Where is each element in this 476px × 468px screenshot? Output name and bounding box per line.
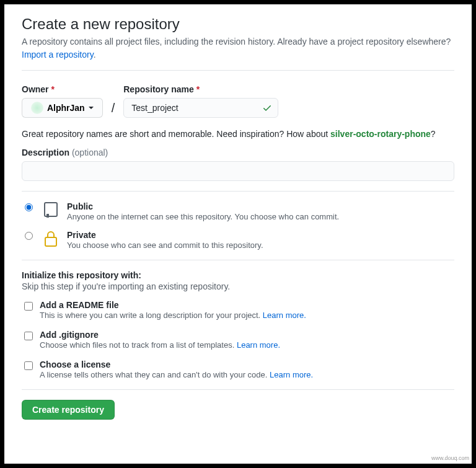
owner-name: AlphrJan bbox=[47, 103, 85, 113]
init-heading: Initialize this repository with: bbox=[22, 270, 454, 280]
gitignore-learn-more-link[interactable]: Learn more. bbox=[237, 340, 280, 350]
choose-license-checkbox[interactable] bbox=[24, 361, 33, 370]
page-title: Create a new repository bbox=[22, 15, 454, 33]
add-gitignore-checkbox[interactable] bbox=[24, 332, 33, 340]
gitignore-sub: Choose which files not to track from a l… bbox=[40, 340, 280, 350]
description-input[interactable] bbox=[22, 161, 454, 181]
private-title: Private bbox=[67, 230, 263, 240]
license-learn-more-link[interactable]: Learn more. bbox=[270, 370, 313, 379]
owner-select-button[interactable]: AlphrJan bbox=[22, 98, 103, 118]
add-readme-checkbox[interactable] bbox=[24, 302, 33, 311]
slash-separator: / bbox=[112, 101, 115, 115]
public-sub: Anyone on the internet can see this repo… bbox=[67, 212, 339, 221]
page-lead: A repository contains all project files,… bbox=[22, 35, 454, 61]
private-sub: You choose who can see and commit to thi… bbox=[67, 241, 263, 250]
svg-rect-2 bbox=[45, 237, 56, 246]
caret-down-icon bbox=[89, 107, 94, 110]
license-sub: A license tells others what they can and… bbox=[40, 370, 313, 379]
visibility-private-radio[interactable] bbox=[25, 232, 33, 240]
divider bbox=[22, 260, 454, 260]
watermark: www.douq.com bbox=[431, 455, 469, 461]
readme-learn-more-link[interactable]: Learn more. bbox=[263, 311, 306, 320]
owner-label: Owner * bbox=[22, 84, 103, 94]
import-repository-link[interactable]: Import a repository bbox=[22, 50, 94, 60]
avatar bbox=[31, 102, 43, 114]
divider bbox=[22, 70, 454, 71]
create-repository-button[interactable]: Create repository bbox=[22, 400, 115, 420]
repo-name-label: Repository name * bbox=[123, 84, 278, 94]
public-title: Public bbox=[67, 201, 339, 211]
divider bbox=[22, 191, 454, 192]
svg-rect-1 bbox=[46, 214, 49, 218]
visibility-public-radio[interactable] bbox=[25, 203, 33, 211]
check-icon bbox=[262, 103, 272, 113]
gitignore-title: Add .gitignore bbox=[40, 330, 280, 340]
init-sub: Skip this step if you're importing an ex… bbox=[22, 281, 454, 291]
repo-icon bbox=[42, 201, 60, 219]
name-hint: Great repository names are short and mem… bbox=[22, 129, 454, 139]
repo-name-input[interactable] bbox=[123, 98, 278, 118]
lock-icon bbox=[42, 230, 60, 247]
readme-sub: This is where you can write a long descr… bbox=[40, 311, 306, 320]
lead-text: A repository contains all project files,… bbox=[22, 37, 451, 46]
description-label: Description (optional) bbox=[22, 148, 454, 157]
readme-title: Add a README file bbox=[40, 300, 306, 310]
divider bbox=[22, 389, 454, 390]
suggested-name-link[interactable]: silver-octo-rotary-phone bbox=[330, 129, 431, 139]
license-title: Choose a license bbox=[40, 360, 313, 369]
